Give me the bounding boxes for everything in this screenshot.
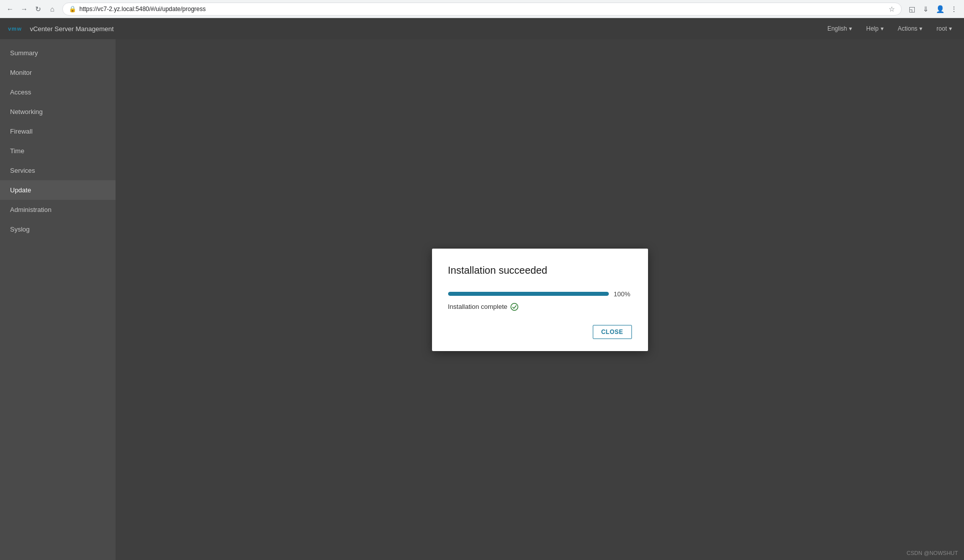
menu-button[interactable]: ⋮ [948, 3, 960, 15]
user-label: root [936, 25, 947, 32]
sidebar-item-monitor[interactable]: Monitor [0, 63, 116, 82]
browser-actions: ◱ ⇓ 👤 ⋮ [906, 3, 960, 15]
downloads-button[interactable]: ⇓ [920, 3, 932, 15]
actions-label: Actions [898, 25, 917, 32]
svg-point-0 [511, 303, 518, 310]
security-icon: 🔒 [69, 6, 76, 13]
language-chevron-icon: ▾ [849, 25, 852, 32]
sidebar-item-access[interactable]: Access [0, 82, 116, 102]
star-icon: ☆ [889, 5, 895, 13]
close-button[interactable]: CLOSE [593, 325, 632, 339]
app-container: vmw vCenter Server Management English ▾ … [0, 18, 964, 560]
sidebar-item-networking[interactable]: Networking [0, 102, 116, 122]
status-row: Installation complete [448, 303, 632, 311]
progress-bar-fill [448, 292, 609, 296]
sidebar-item-update[interactable]: Update [0, 180, 116, 200]
sidebar-item-label: Syslog [10, 226, 30, 233]
help-menu[interactable]: Help ▾ [862, 23, 888, 34]
modal-overlay: Installation succeeded 100% Installation… [116, 39, 964, 560]
progress-row: 100% [448, 290, 632, 298]
progress-container: 100% [448, 290, 632, 298]
help-label: Help [866, 25, 879, 32]
sidebar-item-label: Monitor [10, 69, 32, 76]
check-circle-icon [510, 303, 518, 311]
refresh-button[interactable]: ↻ [32, 3, 44, 15]
forward-button[interactable]: → [18, 3, 30, 15]
sidebar: Summary Monitor Access Networking Firewa… [0, 39, 116, 560]
sidebar-item-syslog[interactable]: Syslog [0, 219, 116, 239]
progress-bar-track [448, 292, 609, 296]
sidebar-item-label: Access [10, 88, 31, 96]
content-area: Installation succeeded 100% Installation… [116, 39, 964, 560]
sidebar-item-label: Administration [10, 206, 51, 213]
progress-percent-label: 100% [614, 290, 632, 298]
home-button[interactable]: ⌂ [46, 3, 58, 15]
sidebar-item-label: Summary [10, 49, 38, 57]
main-layout: Summary Monitor Access Networking Firewa… [0, 39, 964, 560]
url-text: https://vc7-2.yz.local:5480/#/ui/update/… [79, 6, 886, 13]
help-chevron-icon: ▾ [881, 25, 884, 32]
sidebar-item-time[interactable]: Time [0, 141, 116, 161]
sidebar-item-label: Networking [10, 108, 43, 116]
browser-chrome: ← → ↻ ⌂ 🔒 https://vc7-2.yz.local:5480/#/… [0, 0, 964, 18]
sidebar-item-label: Firewall [10, 128, 33, 135]
status-text: Installation complete [448, 303, 508, 310]
top-nav: vmw vCenter Server Management English ▾ … [0, 18, 964, 39]
sidebar-item-label: Update [10, 186, 31, 194]
language-label: English [827, 25, 847, 32]
language-menu[interactable]: English ▾ [823, 23, 856, 34]
sidebar-item-summary[interactable]: Summary [0, 43, 116, 63]
back-button[interactable]: ← [4, 3, 16, 15]
actions-menu[interactable]: Actions ▾ [894, 23, 926, 34]
dialog: Installation succeeded 100% Installation… [432, 249, 648, 351]
app-title: vCenter Server Management [30, 25, 114, 33]
sidebar-item-administration[interactable]: Administration [0, 200, 116, 219]
address-bar[interactable]: 🔒 https://vc7-2.yz.local:5480/#/ui/updat… [62, 3, 902, 16]
dialog-footer: CLOSE [448, 325, 632, 339]
extensions-button[interactable]: ◱ [906, 3, 918, 15]
dialog-title: Installation succeeded [448, 265, 632, 276]
profile-button[interactable]: 👤 [934, 3, 946, 15]
sidebar-item-label: Services [10, 167, 35, 174]
sidebar-item-services[interactable]: Services [0, 161, 116, 180]
user-chevron-icon: ▾ [949, 25, 952, 32]
browser-nav-buttons: ← → ↻ ⌂ [4, 3, 58, 15]
watermark: CSDN @NOWSHUT [907, 550, 958, 556]
actions-chevron-icon: ▾ [919, 25, 922, 32]
vmw-logo: vmw [8, 26, 22, 32]
sidebar-item-firewall[interactable]: Firewall [0, 122, 116, 141]
sidebar-item-label: Time [10, 147, 24, 155]
user-menu[interactable]: root ▾ [932, 23, 956, 34]
